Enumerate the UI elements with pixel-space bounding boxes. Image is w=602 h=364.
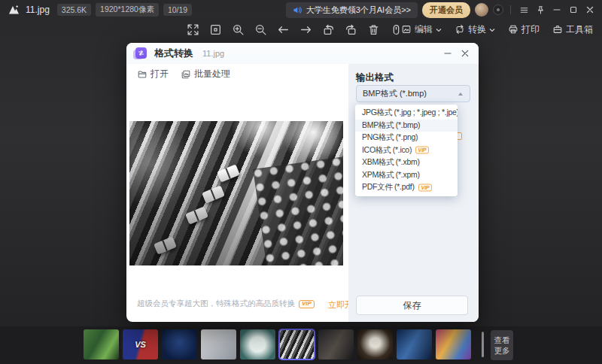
rotate-left-icon[interactable] — [322, 23, 335, 36]
format-convert-dialog: 格式转换 11.jpg 打开 批量处理 超级会员专享 — [126, 43, 479, 322]
fit-screen-icon[interactable] — [209, 23, 222, 36]
format-option[interactable]: PDF文件 (*.pdf)VIP — [355, 181, 458, 194]
filesize-badge: 325.6K — [57, 4, 91, 16]
caret-up-icon — [458, 93, 463, 96]
dimensions-badge: 1920*1280像素 — [96, 3, 159, 17]
delete-icon[interactable] — [367, 23, 380, 36]
titlebar-left: 11.jpg 325.6K 1920*1280像素 10/19 — [8, 3, 192, 17]
thumbnail-control-room[interactable] — [397, 329, 432, 359]
toolbox-button[interactable]: 工具箱 — [552, 23, 593, 36]
titlebar-divider — [510, 5, 511, 14]
filename: 11.jpg — [26, 5, 50, 15]
thumbnail-vs-banner[interactable]: VS — [123, 329, 158, 359]
open-label: 打开 — [150, 68, 169, 80]
toolbar-right: 编辑 转换 打印 工具箱 — [401, 20, 593, 39]
format-select-value: BMP格式 (*.bmp) — [363, 88, 427, 99]
vip-badge: VIP — [299, 300, 315, 308]
dialog-filename: 11.jpg — [202, 49, 224, 58]
edit-menu[interactable]: 编辑 — [401, 23, 442, 36]
maximize-window-icon[interactable] — [567, 4, 579, 16]
thumbnail-tech-portrait[interactable] — [162, 329, 197, 359]
titlebar: 11.jpg 325.6K 1920*1280像素 10/19 大学生免费领3个… — [0, 0, 602, 20]
titlebar-right: 大学生免费领3个月AI会员>> 开通会员 — [286, 2, 596, 18]
thumbnail-theater-screen[interactable] — [357, 329, 393, 359]
toolbar: 编辑 转换 打印 工具箱 — [0, 20, 602, 39]
preview-image — [129, 121, 343, 265]
speaker-icon — [293, 6, 303, 14]
filmstrip-scrollbar[interactable] — [482, 332, 484, 357]
format-option[interactable]: ICO格式 (*.ico)VIP — [355, 144, 458, 157]
edit-label: 编辑 — [415, 23, 433, 36]
vip-badge: VIP — [418, 184, 432, 191]
thumbnail-label: VS — [123, 329, 158, 359]
thumbnail-ereader-dark[interactable] — [318, 329, 354, 359]
image-index-badge: 10/19 — [163, 4, 192, 16]
edit-icon — [401, 24, 412, 35]
print-label: 打印 — [521, 23, 540, 36]
folder-open-icon — [137, 69, 147, 80]
format-option[interactable]: PNG格式 (*.png) — [355, 132, 458, 144]
photo-viewer-app: 11.jpg 325.6K 1920*1280像素 10/19 大学生免费领3个… — [0, 0, 602, 364]
prev-image-icon[interactable] — [277, 23, 290, 36]
zoom-in-icon[interactable] — [232, 23, 245, 36]
close-window-icon[interactable] — [584, 4, 596, 16]
thumbnail-mixer-selected[interactable] — [279, 329, 315, 359]
dialog-actions: 打开 批量处理 — [137, 68, 230, 80]
save-button[interactable]: 保存 — [356, 296, 468, 315]
filmstrip: VS 查看更多 — [0, 326, 602, 364]
thumbnail-gym-colorful[interactable] — [436, 329, 471, 359]
batch-label: 批量处理 — [194, 68, 230, 80]
output-format-label: 输出格式 — [356, 71, 394, 84]
dialog-minimize-icon[interactable] — [442, 48, 452, 58]
promo-banner[interactable]: 大学生免费领3个月AI会员>> — [286, 2, 418, 18]
promo-banner-text: 大学生免费领3个月AI会员>> — [306, 5, 411, 16]
format-option[interactable]: BMP格式 (*.bmp) — [355, 120, 458, 132]
zoom-out-icon[interactable] — [254, 23, 267, 36]
chevron-down-icon — [489, 24, 495, 35]
view-more-button[interactable]: 查看更多 — [491, 330, 513, 360]
next-image-icon[interactable] — [299, 23, 312, 36]
pin-icon[interactable] — [534, 4, 546, 16]
convert-icon — [455, 24, 465, 35]
format-option[interactable]: XPM格式 (*.xpm) — [355, 169, 458, 182]
minimize-window-icon[interactable] — [551, 4, 563, 16]
open-button[interactable]: 打开 — [137, 68, 169, 80]
batch-process-button[interactable]: 批量处理 — [181, 68, 230, 80]
upgrade-button[interactable]: 开通会员 — [422, 2, 470, 18]
fullscreen-icon[interactable] — [187, 23, 199, 36]
dialog-close-icon[interactable] — [460, 48, 470, 58]
convert-menu[interactable]: 转换 — [455, 23, 495, 36]
dialog-title: 格式转换 — [154, 47, 193, 60]
avatar[interactable] — [475, 3, 488, 17]
convert-label: 转换 — [468, 23, 486, 36]
format-dropdown-list: JPG格式 (*.jpg ; *.jpeg ; *.jpe)BMP格式 (*.b… — [355, 105, 458, 196]
dialog-footer: 超级会员专享超大图，特殊格式的高品质转换 VIP 立即开通 — [137, 299, 346, 309]
format-option[interactable]: JPG格式 (*.jpg ; *.jpeg ; *.jpe) — [355, 107, 458, 120]
thumbnail-airplane-travel[interactable] — [201, 329, 236, 359]
vip-promo-text: 超级会员专享超大图，特殊格式的高品质转换 — [137, 299, 295, 309]
batch-images-icon — [181, 69, 191, 80]
theme-toggle[interactable] — [493, 5, 503, 15]
app-logo-icon — [8, 4, 21, 16]
menu-icon[interactable] — [518, 4, 530, 16]
print-button[interactable]: 打印 — [508, 23, 540, 36]
thumbnail-nature-green[interactable] — [84, 329, 119, 359]
vip-badge: VIP — [415, 147, 429, 154]
rotate-right-icon[interactable] — [345, 23, 357, 36]
dialog-header: 格式转换 11.jpg — [126, 43, 479, 64]
toolbox-label: 工具箱 — [566, 23, 593, 36]
chevron-down-icon — [436, 24, 442, 35]
filmstrip-thumbs: VS — [84, 329, 471, 359]
format-option[interactable]: XBM格式 (*.xbm) — [355, 156, 458, 169]
toolbox-icon — [552, 24, 563, 35]
print-icon — [508, 24, 518, 35]
format-select[interactable]: BMP格式 (*.bmp) — [356, 85, 470, 102]
thumbnail-portrait-circle[interactable] — [240, 329, 275, 359]
format-convert-icon — [135, 47, 148, 60]
toolbar-center — [187, 20, 403, 39]
